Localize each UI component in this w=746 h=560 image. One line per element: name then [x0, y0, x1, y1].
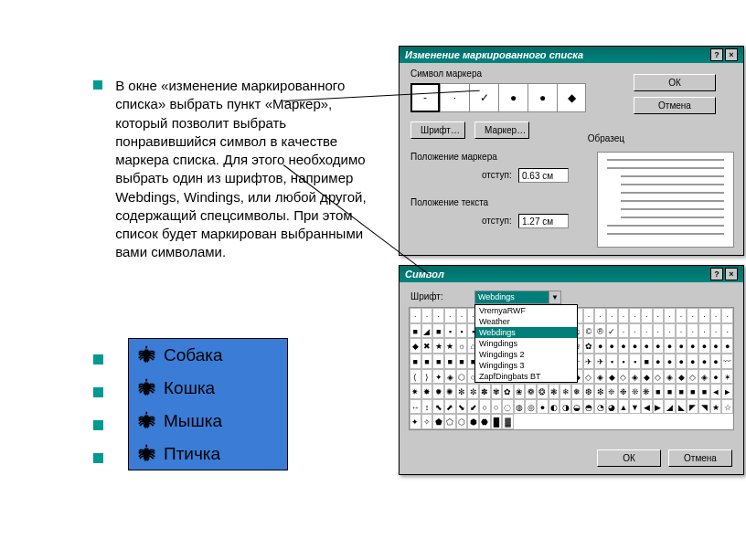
symbol-cell[interactable]: ❄	[560, 384, 571, 399]
symbol-cell[interactable]: ☆	[721, 399, 733, 415]
symbol-cell[interactable]: ●	[676, 338, 687, 354]
ok-button[interactable]: ОК	[597, 449, 661, 467]
marker-option[interactable]: ·	[440, 83, 469, 112]
symbol-cell[interactable]: ■	[432, 323, 444, 339]
symbol-cell[interactable]: ◢	[421, 323, 433, 339]
symbol-cell[interactable]: ✹	[432, 384, 444, 399]
symbol-cell[interactable]: ·	[618, 308, 630, 323]
symbol-cell[interactable]: ✽	[479, 384, 491, 399]
symbol-cell[interactable]: ✓	[606, 323, 618, 339]
symbol-cell[interactable]: ✦	[432, 369, 444, 385]
symbol-cell[interactable]: ·	[594, 308, 606, 323]
marker-option[interactable]: -	[410, 83, 440, 112]
symbol-cell[interactable]: ★	[432, 338, 444, 354]
dlg2-titlebar[interactable]: Символ ? ×	[400, 266, 743, 282]
symbol-cell[interactable]: ↔	[410, 399, 421, 415]
symbol-cell[interactable]: ·	[618, 323, 630, 339]
symbol-cell[interactable]: ·	[710, 308, 722, 323]
close-icon[interactable]: ×	[725, 268, 738, 280]
symbol-cell[interactable]: ●	[710, 338, 722, 354]
symbol-cell[interactable]: ▪	[444, 323, 456, 339]
marker-option[interactable]: ◆	[557, 83, 586, 112]
symbol-cell[interactable]: ✖	[421, 338, 433, 354]
symbol-cell[interactable]: ●	[537, 399, 549, 415]
symbol-cell[interactable]: ⬋	[467, 399, 479, 415]
symbol-cell[interactable]: ·	[721, 308, 733, 323]
symbol-cell[interactable]: ⬉	[432, 399, 444, 415]
symbol-cell[interactable]: ○	[491, 399, 503, 415]
symbol-cell[interactable]: ◈	[629, 369, 641, 385]
symbol-cell[interactable]: ·	[676, 323, 687, 339]
font-option[interactable]: Webdings	[475, 327, 577, 338]
symbol-cell[interactable]: ▲	[618, 399, 630, 415]
symbol-cell[interactable]: ◇	[583, 369, 595, 385]
symbol-cell[interactable]: ●	[653, 338, 665, 354]
cancel-button[interactable]: Отмена	[668, 449, 732, 467]
symbol-cell[interactable]: ❈	[606, 384, 618, 399]
symbol-cell[interactable]: ▪	[606, 354, 618, 369]
symbol-cell[interactable]: ·	[664, 323, 676, 339]
symbol-cell[interactable]: ●	[664, 338, 676, 354]
symbol-cell[interactable]: ·	[629, 308, 641, 323]
symbol-cell[interactable]: ·	[721, 323, 733, 339]
symbol-cell[interactable]: ◇	[618, 369, 630, 385]
symbol-cell[interactable]: ·	[641, 323, 653, 339]
symbol-cell[interactable]: ■	[421, 354, 433, 369]
symbol-cell[interactable]: 〰	[721, 354, 733, 369]
symbol-cell[interactable]: ■	[698, 384, 710, 399]
dlg1-titlebar[interactable]: Изменение маркированного списка ? ×	[400, 47, 743, 63]
symbol-cell[interactable]: ❅	[571, 384, 583, 399]
symbol-cell[interactable]: ·	[687, 323, 698, 339]
symbol-cell[interactable]: ❁	[525, 384, 537, 399]
symbol-cell[interactable]: ▪	[629, 354, 641, 369]
symbol-cell[interactable]: ⬡	[456, 369, 468, 385]
symbol-cell[interactable]: ❂	[537, 384, 549, 399]
symbol-cell[interactable]: ◢	[664, 399, 676, 415]
symbol-cell[interactable]: ▼	[629, 399, 641, 415]
symbol-cell[interactable]: ◤	[687, 399, 698, 415]
font-option[interactable]: ZapfDingbats BT	[475, 371, 577, 382]
symbol-cell[interactable]: ▶	[653, 399, 665, 415]
symbol-cell[interactable]: ·	[653, 323, 665, 339]
symbol-cell[interactable]: ·	[641, 308, 653, 323]
symbol-cell[interactable]: ▪	[456, 323, 468, 339]
symbol-cell[interactable]: ◥	[698, 399, 710, 415]
symbol-cell[interactable]: ✸	[421, 384, 433, 399]
symbol-cell[interactable]: ✈	[594, 354, 606, 369]
symbol-cell[interactable]: ■	[676, 384, 687, 399]
symbol-cell[interactable]: ·	[698, 308, 710, 323]
symbol-cell[interactable]: ·	[456, 308, 468, 323]
symbol-cell[interactable]: ◆	[410, 338, 421, 354]
symbol-cell[interactable]: ●	[698, 338, 710, 354]
help-icon[interactable]: ?	[710, 268, 723, 280]
ok-button[interactable]: ОК	[634, 74, 716, 91]
symbol-cell[interactable]: ▓	[502, 414, 514, 429]
symbol-cell[interactable]: ◍	[514, 399, 526, 415]
symbol-cell[interactable]: ☼	[456, 338, 468, 354]
symbol-cell[interactable]: ·	[629, 323, 641, 339]
symbol-cell[interactable]: ◓	[583, 399, 595, 415]
symbol-cell[interactable]: ◌	[502, 399, 514, 415]
cancel-button[interactable]: Отмена	[634, 97, 716, 114]
symbol-cell[interactable]: ⬣	[479, 414, 491, 429]
help-icon[interactable]: ?	[710, 48, 723, 61]
symbol-cell[interactable]: ✦	[410, 414, 421, 429]
close-icon[interactable]: ×	[725, 48, 738, 61]
symbol-cell[interactable]: ⟨	[410, 369, 421, 385]
symbol-cell[interactable]: ◒	[571, 399, 583, 415]
marker-button[interactable]: Маркер…	[474, 122, 529, 139]
symbol-cell[interactable]: ⬊	[456, 399, 468, 415]
font-button[interactable]: Шрифт…	[410, 122, 465, 139]
symbol-cell[interactable]: ●	[641, 338, 653, 354]
symbol-cell[interactable]: ◆	[641, 369, 653, 385]
symbol-cell[interactable]: ○	[479, 399, 491, 415]
symbol-cell[interactable]: ❇	[594, 384, 606, 399]
symbol-cell[interactable]: ●	[594, 338, 606, 354]
font-option[interactable]: Wingdings 2	[475, 349, 577, 360]
symbol-cell[interactable]: ●	[606, 338, 618, 354]
symbol-cell[interactable]: ◈	[698, 369, 710, 385]
symbol-cell[interactable]: ◀	[641, 399, 653, 415]
symbol-cell[interactable]: ■	[664, 384, 676, 399]
font-dropdown-list[interactable]: VremyaRWFWeatherWebdingsWingdingsWingdin…	[474, 304, 578, 383]
font-option[interactable]: VremyaRWF	[475, 305, 577, 316]
